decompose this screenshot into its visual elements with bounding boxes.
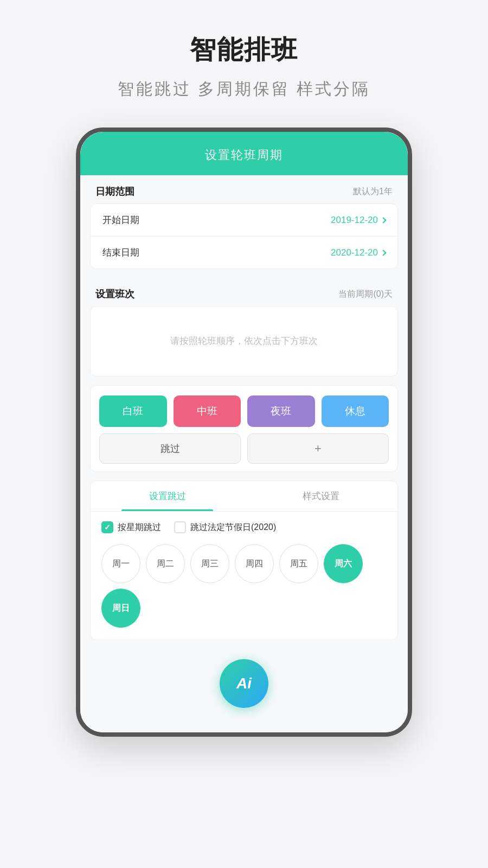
checkbox-weekday[interactable]: ✓ bbox=[101, 521, 113, 533]
date-section-label: 日期范围 bbox=[95, 185, 134, 198]
ai-fab-area: Ai bbox=[80, 651, 408, 716]
page-subtitle: 智能跳过 多周期保留 样式分隔 bbox=[118, 78, 371, 100]
tab-style-settings[interactable]: 样式设置 bbox=[244, 481, 397, 511]
end-date-row[interactable]: 结束日期 2020-12-20 bbox=[91, 236, 397, 269]
shift-empty-text: 请按照轮班顺序，依次点击下方班次 bbox=[159, 323, 329, 359]
start-date-row[interactable]: 开始日期 2019-12-20 bbox=[91, 204, 397, 236]
day-button-3[interactable]: 周四 bbox=[235, 544, 274, 583]
checkmark-icon: ✓ bbox=[104, 523, 111, 532]
date-section-note: 默认为1年 bbox=[353, 186, 393, 197]
shift-btn-row-2: 跳过 + bbox=[99, 433, 389, 464]
tab-row: 设置跳过 样式设置 bbox=[91, 481, 397, 512]
shift-empty-area: 请按照轮班顺序，依次点击下方班次 bbox=[90, 306, 398, 376]
day-button-2[interactable]: 周三 bbox=[190, 544, 229, 583]
checkbox-holiday[interactable] bbox=[174, 521, 186, 533]
white-shift-button[interactable]: 白班 bbox=[99, 395, 167, 427]
shift-section-note: 当前周期(0)天 bbox=[338, 289, 393, 300]
start-date-label: 开始日期 bbox=[102, 214, 139, 226]
chevron-right-icon bbox=[380, 217, 386, 223]
start-date-value: 2019-12-20 bbox=[331, 215, 386, 226]
day-buttons-row: 周一周二周三周四周五周六周日 bbox=[101, 544, 387, 628]
checkbox-row: ✓ 按星期跳过 跳过法定节假日(2020) bbox=[101, 521, 387, 533]
tab-card: 设置跳过 样式设置 ✓ 按星期跳过 跳过法定节假日(2020) bbox=[90, 481, 398, 640]
chevron-right-icon bbox=[380, 250, 386, 256]
day-button-5[interactable]: 周六 bbox=[324, 544, 363, 583]
checkbox-item-weekday[interactable]: ✓ 按星期跳过 bbox=[101, 521, 161, 533]
shift-section-label: 设置班次 bbox=[95, 288, 134, 301]
page-title: 智能排班 bbox=[190, 33, 298, 67]
phone-header: 设置轮班周期 bbox=[80, 132, 408, 175]
shift-section-header: 设置班次 当前周期(0)天 bbox=[80, 278, 408, 306]
end-date-label: 结束日期 bbox=[102, 246, 139, 259]
phone-header-title: 设置轮班周期 bbox=[205, 148, 283, 162]
phone-content: 日期范围 默认为1年 开始日期 2019-12-20 结束日期 2020-12-… bbox=[80, 175, 408, 732]
day-button-1[interactable]: 周二 bbox=[146, 544, 185, 583]
checkbox-item-holiday[interactable]: 跳过法定节假日(2020) bbox=[174, 521, 276, 533]
skip-button[interactable]: 跳过 bbox=[99, 433, 241, 464]
end-date-value: 2020-12-20 bbox=[331, 247, 386, 258]
checkbox-weekday-label: 按星期跳过 bbox=[118, 522, 161, 533]
add-shift-button[interactable]: + bbox=[247, 433, 389, 464]
night-shift-button[interactable]: 夜班 bbox=[247, 395, 315, 427]
ai-fab-label: Ai bbox=[236, 675, 252, 692]
tab-skip-settings[interactable]: 设置跳过 bbox=[91, 481, 244, 511]
day-button-0[interactable]: 周一 bbox=[101, 544, 140, 583]
mid-shift-button[interactable]: 中班 bbox=[174, 395, 241, 427]
rest-shift-button[interactable]: 休息 bbox=[322, 395, 389, 427]
shift-btn-row-1: 白班 中班 夜班 休息 bbox=[99, 395, 389, 427]
shift-buttons-card: 白班 中班 夜班 休息 跳过 + bbox=[90, 385, 398, 472]
day-button-4[interactable]: 周五 bbox=[279, 544, 318, 583]
day-button-6[interactable]: 周日 bbox=[101, 589, 140, 628]
checkbox-holiday-label: 跳过法定节假日(2020) bbox=[190, 522, 276, 533]
ai-fab-button[interactable]: Ai bbox=[220, 659, 268, 708]
phone-frame: 设置轮班周期 日期范围 默认为1年 开始日期 2019-12-20 结束日期 2… bbox=[76, 127, 412, 737]
date-section-header: 日期范围 默认为1年 bbox=[80, 175, 408, 203]
date-card: 开始日期 2019-12-20 结束日期 2020-12-20 bbox=[90, 203, 398, 269]
tab-content: ✓ 按星期跳过 跳过法定节假日(2020) 周一周二周三周四周五周六周日 bbox=[91, 512, 397, 640]
